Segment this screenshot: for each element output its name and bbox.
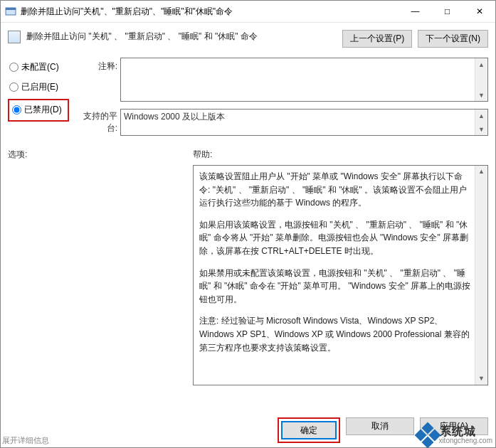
svg-rect-1 — [6, 8, 16, 10]
help-paragraph: 如果禁用或未配置该策略设置，电源按钮和 "关机" 、 "重新启动" 、 "睡眠"… — [199, 267, 473, 306]
highlight-disabled: 已禁用(D) — [8, 99, 69, 122]
scrollbar[interactable]: ▲ ▼ — [475, 58, 487, 101]
comment-textarea[interactable]: ▲ ▼ — [120, 58, 488, 102]
maximize-button[interactable]: □ — [431, 1, 463, 22]
scroll-up-icon[interactable]: ▲ — [475, 166, 487, 178]
help-paragraph: 该策略设置阻止用户从 "开始" 菜单或 "Windows 安全" 屏幕执行以下命… — [199, 170, 473, 210]
platform-text: Windows 2000 及以上版本 — [124, 112, 225, 122]
options-label: 选项: — [8, 149, 186, 161]
radio-disabled[interactable]: 已禁用(D) — [11, 102, 65, 117]
titlebar: 删除并阻止访问"关机"、"重新启动"、"睡眠"和"休眠"命令 — □ ✕ — [1, 1, 495, 23]
platform-box: Windows 2000 及以上版本 ▲ ▼ — [120, 109, 488, 136]
apply-button[interactable]: 应用(A) — [420, 417, 488, 435]
minimize-button[interactable]: — — [399, 1, 431, 22]
help-label: 帮助: — [193, 149, 488, 161]
platform-label: 支持的平台: — [73, 109, 120, 134]
radio-not-configured-label: 未配置(C) — [21, 61, 59, 73]
dialog-footer: 确定 取消 应用(A) — [1, 413, 495, 443]
scroll-up-icon[interactable]: ▲ — [475, 58, 487, 70]
ok-button[interactable]: 确定 — [281, 421, 337, 439]
scroll-down-icon[interactable]: ▼ — [475, 373, 487, 385]
next-setting-button[interactable]: 下一个设置(N) — [418, 30, 488, 48]
scroll-up-icon[interactable]: ▲ — [475, 110, 487, 122]
window-title: 删除并阻止访问"关机"、"重新启动"、"睡眠"和"休眠"命令 — [21, 6, 399, 18]
scrollbar[interactable]: ▲ ▼ — [475, 110, 487, 135]
help-paragraph: 如果启用该策略设置，电源按钮和 "关机" 、 "重新启动" 、 "睡眠" 和 "… — [199, 218, 473, 258]
radio-enabled-label: 已启用(E) — [21, 81, 58, 93]
radio-disabled-label: 已禁用(D) — [24, 104, 62, 116]
help-textbox[interactable]: 该策略设置阻止用户从 "开始" 菜单或 "Windows 安全" 屏幕执行以下命… — [193, 165, 488, 385]
cancel-button[interactable]: 取消 — [346, 417, 414, 435]
policy-header: 删除并阻止访问 "关机" 、 "重新启动" 、 "睡眠" 和 "休眠" 命令 上… — [1, 23, 495, 50]
radio-enabled[interactable]: 已启用(E) — [8, 79, 73, 95]
highlight-ok: 确定 — [278, 417, 340, 443]
gpo-editor-window: 删除并阻止访问"关机"、"重新启动"、"睡眠"和"休眠"命令 — □ ✕ 删除并… — [0, 0, 496, 448]
scroll-down-icon[interactable]: ▼ — [475, 89, 487, 101]
state-radio-group: 未配置(C) 已启用(E) 已禁用(D) — [8, 58, 73, 122]
prev-setting-button[interactable]: 上一个设置(P) — [342, 30, 412, 48]
comment-label: 注释: — [73, 58, 120, 102]
close-button[interactable]: ✕ — [463, 1, 495, 22]
scrollbar[interactable]: ▲ ▼ — [475, 166, 487, 385]
radio-not-configured[interactable]: 未配置(C) — [8, 59, 73, 75]
help-paragraph: 注意: 经过验证与 Microsoft Windows Vista、Window… — [199, 314, 473, 354]
scroll-down-icon[interactable]: ▼ — [475, 123, 487, 135]
policy-title: 删除并阻止访问 "关机" 、 "重新启动" 、 "睡眠" 和 "休眠" 命令 — [26, 30, 337, 43]
bottom-hint: 展开详细信息 — [2, 435, 49, 446]
app-icon — [5, 6, 16, 17]
policy-icon — [8, 31, 21, 43]
